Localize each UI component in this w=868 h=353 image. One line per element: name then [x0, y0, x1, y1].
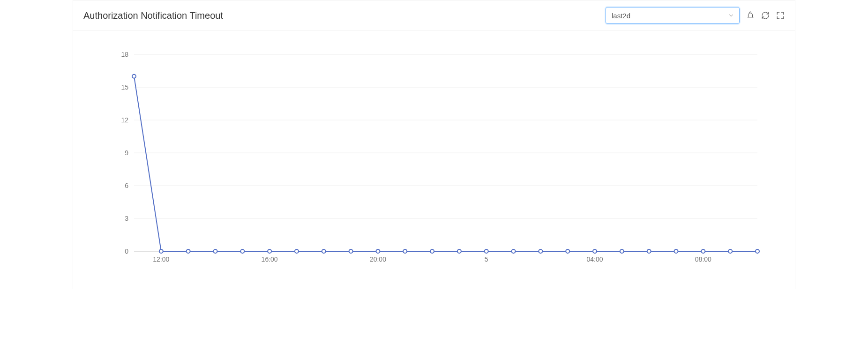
svg-point-24 — [213, 249, 217, 253]
svg-point-35 — [512, 249, 516, 253]
svg-point-25 — [240, 249, 244, 253]
svg-point-42 — [701, 249, 705, 253]
panel-title: Authorization Notification Timeout — [83, 10, 223, 21]
svg-text:5: 5 — [485, 255, 488, 263]
panel-header: Authorization Notification Timeout last2… — [73, 0, 795, 31]
svg-point-27 — [295, 249, 299, 253]
svg-point-39 — [620, 249, 624, 253]
svg-point-31 — [403, 249, 407, 253]
svg-text:15: 15 — [121, 83, 128, 91]
panel-controls: last2d — [606, 7, 785, 24]
svg-point-38 — [593, 249, 597, 253]
time-range-select[interactable]: last2d — [606, 7, 740, 24]
time-range-value: last2d — [612, 12, 630, 20]
svg-text:12:00: 12:00 — [153, 255, 169, 263]
refresh-icon[interactable] — [761, 11, 770, 20]
svg-text:18: 18 — [121, 51, 128, 58]
chart-area: 036912151812:0016:0020:00504:0008:00 — [73, 31, 795, 289]
svg-point-40 — [647, 249, 651, 253]
svg-text:9: 9 — [125, 149, 128, 157]
svg-point-28 — [322, 249, 326, 253]
svg-point-43 — [728, 249, 732, 253]
svg-point-37 — [566, 249, 569, 253]
svg-text:20:00: 20:00 — [370, 255, 386, 263]
svg-point-30 — [376, 249, 380, 253]
svg-point-41 — [674, 249, 678, 253]
svg-text:16:00: 16:00 — [262, 255, 278, 263]
svg-text:12: 12 — [121, 116, 128, 124]
svg-point-29 — [349, 249, 353, 253]
svg-point-23 — [187, 249, 190, 253]
svg-text:04:00: 04:00 — [587, 255, 603, 263]
svg-point-22 — [159, 249, 163, 253]
svg-point-21 — [132, 75, 136, 78]
svg-text:08:00: 08:00 — [695, 255, 711, 263]
svg-point-34 — [485, 249, 488, 253]
chevron-down-icon — [728, 12, 734, 19]
fullscreen-icon[interactable] — [776, 11, 785, 20]
svg-point-33 — [457, 249, 461, 253]
svg-point-36 — [539, 249, 542, 253]
alert-icon[interactable] — [746, 11, 755, 20]
svg-point-44 — [756, 249, 759, 253]
svg-text:0: 0 — [125, 248, 128, 255]
chart-panel: Authorization Notification Timeout last2… — [73, 0, 795, 289]
svg-point-26 — [268, 249, 271, 253]
line-chart: 036912151812:0016:0020:00504:0008:00 — [101, 50, 767, 275]
svg-point-32 — [430, 249, 434, 253]
svg-text:3: 3 — [125, 215, 128, 222]
svg-text:6: 6 — [125, 182, 128, 189]
